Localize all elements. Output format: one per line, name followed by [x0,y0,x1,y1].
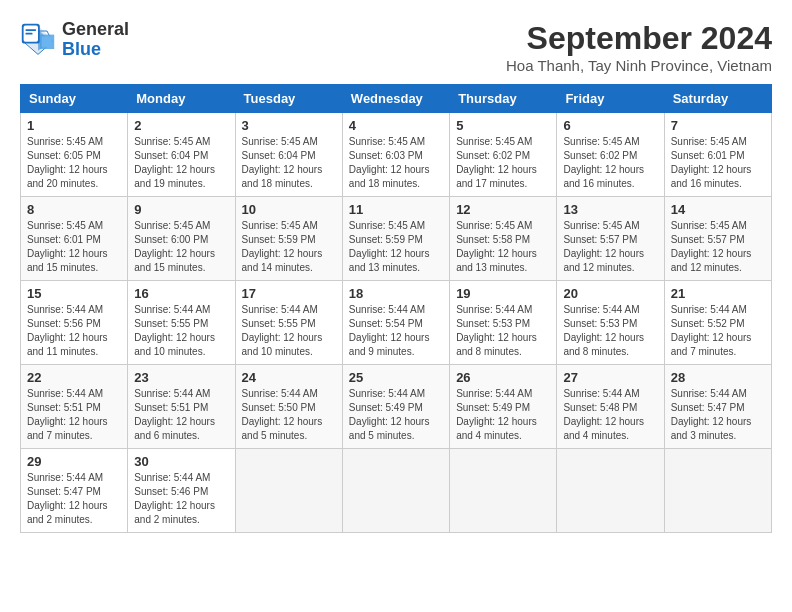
calendar-header-friday: Friday [557,85,664,113]
svg-rect-7 [25,33,32,35]
day-info: Sunrise: 5:45 AMSunset: 6:02 PMDaylight:… [563,136,644,189]
day-number: 22 [27,370,121,385]
day-number: 19 [456,286,550,301]
day-number: 1 [27,118,121,133]
day-number: 11 [349,202,443,217]
calendar-header-tuesday: Tuesday [235,85,342,113]
day-info: Sunrise: 5:45 AMSunset: 5:57 PMDaylight:… [671,220,752,273]
calendar-week-3: 15 Sunrise: 5:44 AMSunset: 5:56 PMDaylig… [21,281,772,365]
logo-icon [20,22,56,58]
day-info: Sunrise: 5:44 AMSunset: 5:53 PMDaylight:… [563,304,644,357]
calendar-cell-13: 13 Sunrise: 5:45 AMSunset: 5:57 PMDaylig… [557,197,664,281]
day-number: 27 [563,370,657,385]
calendar-cell-27: 27 Sunrise: 5:44 AMSunset: 5:48 PMDaylig… [557,365,664,449]
day-info: Sunrise: 5:44 AMSunset: 5:55 PMDaylight:… [134,304,215,357]
calendar-cell-17: 17 Sunrise: 5:44 AMSunset: 5:55 PMDaylig… [235,281,342,365]
day-info: Sunrise: 5:44 AMSunset: 5:46 PMDaylight:… [134,472,215,525]
day-number: 15 [27,286,121,301]
location-text: Hoa Thanh, Tay Ninh Province, Vietnam [506,57,772,74]
day-number: 2 [134,118,228,133]
logo: General Blue [20,20,129,60]
day-info: Sunrise: 5:44 AMSunset: 5:47 PMDaylight:… [671,388,752,441]
calendar-cell-19: 19 Sunrise: 5:44 AMSunset: 5:53 PMDaylig… [450,281,557,365]
calendar-cell-24: 24 Sunrise: 5:44 AMSunset: 5:50 PMDaylig… [235,365,342,449]
calendar-cell-1: 1 Sunrise: 5:45 AMSunset: 6:05 PMDayligh… [21,113,128,197]
day-number: 10 [242,202,336,217]
day-info: Sunrise: 5:44 AMSunset: 5:51 PMDaylight:… [27,388,108,441]
day-number: 30 [134,454,228,469]
day-info: Sunrise: 5:45 AMSunset: 6:04 PMDaylight:… [134,136,215,189]
day-info: Sunrise: 5:44 AMSunset: 5:48 PMDaylight:… [563,388,644,441]
day-info: Sunrise: 5:44 AMSunset: 5:49 PMDaylight:… [349,388,430,441]
day-number: 4 [349,118,443,133]
day-info: Sunrise: 5:45 AMSunset: 5:57 PMDaylight:… [563,220,644,273]
day-info: Sunrise: 5:44 AMSunset: 5:50 PMDaylight:… [242,388,323,441]
day-number: 18 [349,286,443,301]
month-title: September 2024 [506,20,772,57]
calendar-header-wednesday: Wednesday [342,85,449,113]
calendar-cell-7: 7 Sunrise: 5:45 AMSunset: 6:01 PMDayligh… [664,113,771,197]
day-info: Sunrise: 5:45 AMSunset: 5:59 PMDaylight:… [349,220,430,273]
calendar-cell-14: 14 Sunrise: 5:45 AMSunset: 5:57 PMDaylig… [664,197,771,281]
calendar-cell-22: 22 Sunrise: 5:44 AMSunset: 5:51 PMDaylig… [21,365,128,449]
calendar-week-1: 1 Sunrise: 5:45 AMSunset: 6:05 PMDayligh… [21,113,772,197]
calendar-cell-15: 15 Sunrise: 5:44 AMSunset: 5:56 PMDaylig… [21,281,128,365]
calendar-cell-empty [342,449,449,533]
calendar-cell-25: 25 Sunrise: 5:44 AMSunset: 5:49 PMDaylig… [342,365,449,449]
calendar-cell-8: 8 Sunrise: 5:45 AMSunset: 6:01 PMDayligh… [21,197,128,281]
day-info: Sunrise: 5:44 AMSunset: 5:51 PMDaylight:… [134,388,215,441]
calendar-table: SundayMondayTuesdayWednesdayThursdayFrid… [20,84,772,533]
day-number: 12 [456,202,550,217]
calendar-cell-26: 26 Sunrise: 5:44 AMSunset: 5:49 PMDaylig… [450,365,557,449]
calendar-cell-23: 23 Sunrise: 5:44 AMSunset: 5:51 PMDaylig… [128,365,235,449]
calendar-cell-empty [664,449,771,533]
day-info: Sunrise: 5:45 AMSunset: 6:03 PMDaylight:… [349,136,430,189]
day-info: Sunrise: 5:44 AMSunset: 5:54 PMDaylight:… [349,304,430,357]
calendar-cell-9: 9 Sunrise: 5:45 AMSunset: 6:00 PMDayligh… [128,197,235,281]
day-number: 8 [27,202,121,217]
calendar-week-5: 29 Sunrise: 5:44 AMSunset: 5:47 PMDaylig… [21,449,772,533]
day-info: Sunrise: 5:45 AMSunset: 6:01 PMDaylight:… [671,136,752,189]
calendar-cell-28: 28 Sunrise: 5:44 AMSunset: 5:47 PMDaylig… [664,365,771,449]
day-number: 21 [671,286,765,301]
calendar-week-4: 22 Sunrise: 5:44 AMSunset: 5:51 PMDaylig… [21,365,772,449]
day-info: Sunrise: 5:45 AMSunset: 6:00 PMDaylight:… [134,220,215,273]
day-info: Sunrise: 5:45 AMSunset: 6:02 PMDaylight:… [456,136,537,189]
day-number: 20 [563,286,657,301]
calendar-header-saturday: Saturday [664,85,771,113]
day-info: Sunrise: 5:45 AMSunset: 6:04 PMDaylight:… [242,136,323,189]
day-number: 28 [671,370,765,385]
day-number: 24 [242,370,336,385]
calendar-header-row: SundayMondayTuesdayWednesdayThursdayFrid… [21,85,772,113]
svg-rect-6 [25,29,36,31]
day-number: 13 [563,202,657,217]
day-info: Sunrise: 5:45 AMSunset: 5:58 PMDaylight:… [456,220,537,273]
day-number: 14 [671,202,765,217]
day-number: 6 [563,118,657,133]
day-number: 17 [242,286,336,301]
calendar-cell-2: 2 Sunrise: 5:45 AMSunset: 6:04 PMDayligh… [128,113,235,197]
calendar-header-monday: Monday [128,85,235,113]
calendar-header-sunday: Sunday [21,85,128,113]
calendar-cell-4: 4 Sunrise: 5:45 AMSunset: 6:03 PMDayligh… [342,113,449,197]
day-number: 16 [134,286,228,301]
day-info: Sunrise: 5:45 AMSunset: 5:59 PMDaylight:… [242,220,323,273]
calendar-cell-30: 30 Sunrise: 5:44 AMSunset: 5:46 PMDaylig… [128,449,235,533]
calendar-cell-6: 6 Sunrise: 5:45 AMSunset: 6:02 PMDayligh… [557,113,664,197]
calendar-cell-20: 20 Sunrise: 5:44 AMSunset: 5:53 PMDaylig… [557,281,664,365]
day-info: Sunrise: 5:45 AMSunset: 6:05 PMDaylight:… [27,136,108,189]
day-info: Sunrise: 5:44 AMSunset: 5:49 PMDaylight:… [456,388,537,441]
calendar-cell-5: 5 Sunrise: 5:45 AMSunset: 6:02 PMDayligh… [450,113,557,197]
page-header: General Blue September 2024 Hoa Thanh, T… [20,20,772,74]
day-info: Sunrise: 5:44 AMSunset: 5:52 PMDaylight:… [671,304,752,357]
calendar-cell-3: 3 Sunrise: 5:45 AMSunset: 6:04 PMDayligh… [235,113,342,197]
day-number: 25 [349,370,443,385]
day-number: 9 [134,202,228,217]
calendar-cell-empty [557,449,664,533]
day-info: Sunrise: 5:44 AMSunset: 5:47 PMDaylight:… [27,472,108,525]
day-number: 23 [134,370,228,385]
logo-blue-text: Blue [62,40,129,60]
day-info: Sunrise: 5:44 AMSunset: 5:55 PMDaylight:… [242,304,323,357]
calendar-cell-29: 29 Sunrise: 5:44 AMSunset: 5:47 PMDaylig… [21,449,128,533]
day-info: Sunrise: 5:44 AMSunset: 5:56 PMDaylight:… [27,304,108,357]
